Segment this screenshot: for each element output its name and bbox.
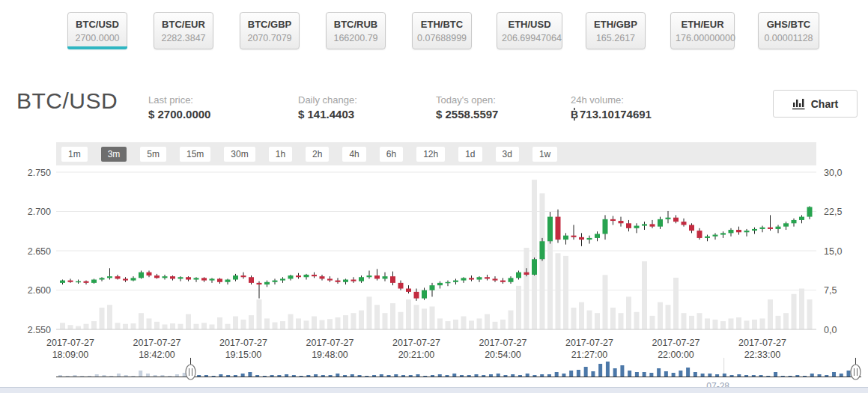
candle-body [123,278,128,280]
volume-bar [327,319,333,329]
timeframe-button-30m[interactable]: 30m [224,147,255,162]
volume-bar [336,317,341,329]
candle-body [327,278,333,280]
navigator-volume-bar [109,376,113,377]
candle-body [186,277,191,279]
volume-bar [91,321,97,329]
candle-body [336,281,341,282]
candle-body [414,292,419,299]
candle-body [792,220,797,223]
candle-body [383,276,388,278]
candlestick-chart[interactable]: 2.75030,02.70022,52.65015,02.6007,52.550… [0,0,868,393]
candle-body [783,223,789,226]
navigator-volume-bar [694,372,697,377]
volume-axis-label: 30,0 [824,168,842,178]
navigator-volume-bar [416,374,420,377]
timeframe-button-3m[interactable]: 3m [101,147,127,162]
candle-body [100,278,105,279]
timeframe-button-12h[interactable]: 12h [416,147,445,162]
navigator-volume-bar [664,371,668,377]
volume-bar [225,324,231,329]
navigator-volume-bar [146,374,150,377]
candle-body [304,275,309,277]
timeframe-button-15m[interactable]: 15m [180,147,210,162]
candle-body [60,281,65,283]
navigator-volume-bar [58,375,62,377]
candle-body [367,275,372,277]
volume-bar [430,306,435,329]
volume-bar [642,261,647,329]
volume-bar [807,299,813,329]
navigator-handle-left[interactable] [186,365,195,380]
volume-bar [249,315,254,329]
volume-bar [115,323,121,329]
timeframe-button-3d[interactable]: 3d [496,147,519,162]
navigator-volume-bar [139,371,142,377]
volume-bar [500,320,506,329]
volume-bar [493,322,498,329]
navigator-volume-bar [803,376,807,377]
x-axis-time-label: 22:00:00 [658,350,694,360]
navigator-volume-bar [474,374,478,377]
navigator-handle-right[interactable] [851,365,861,380]
candle-body [524,272,529,275]
navigator-volume-bar [80,376,84,377]
timeframe-button-1h[interactable]: 1h [269,147,292,162]
navigator-scrollbar[interactable] [0,388,868,393]
volume-bar [744,320,750,329]
candle-body [453,281,458,282]
volume-bar [390,303,395,329]
candle-body [91,280,97,283]
candle-body [571,236,577,237]
navigator-volume-bar [562,374,565,377]
timeframe-button-4h[interactable]: 4h [342,147,365,162]
x-axis-date-label: 2017-07-27 [306,338,354,348]
candle-body [359,277,364,281]
timeframe-button-1d[interactable]: 1d [458,147,482,162]
navigator-volume-bar [715,374,719,377]
navigator-volume-bar [255,375,259,377]
navigator-volume-bar [88,376,91,377]
candle-body [312,275,317,276]
volume-axis-label: 7,5 [824,285,837,296]
timeframe-button-5m[interactable]: 5m [140,147,166,162]
candle-body [84,281,89,283]
volume-bar [626,296,631,329]
volume-bar [123,324,128,329]
x-axis-time-label: 18:42:00 [139,350,175,360]
candle-body [619,221,624,223]
candle-body [398,283,404,289]
timeframe-button-1m[interactable]: 1m [61,147,88,162]
navigator-volume-bar [737,374,741,377]
navigator-volume-bar [569,371,573,377]
navigator-volume-bar [532,375,536,377]
volume-bar [264,318,270,329]
volume-bar [68,325,73,329]
navigator-volume-bar [446,375,449,377]
candle-body [257,283,262,284]
volume-bar [178,324,183,329]
volume-axis-label: 15,0 [824,246,842,257]
timeframe-button-6h[interactable]: 6h [380,147,403,162]
navigator-volume-bar [336,374,339,377]
navigator-volume-bar [774,372,777,377]
navigator-volume-bar [285,374,288,377]
candle-body [673,218,679,222]
candle-body [241,275,246,277]
navigator-volume-bar [701,374,705,377]
navigator-volume-bar [744,375,748,377]
volume-bar [595,313,600,329]
volume-bar [571,308,577,329]
candle-body [744,231,750,232]
x-axis-date-label: 2017-07-27 [565,338,613,348]
volume-axis-label: 22,5 [824,207,842,217]
timeframe-button-2h[interactable]: 2h [306,147,329,162]
trading-app: BTC/USD2700.0000BTC/EUR2282.3847BTC/GBP2… [0,0,868,393]
volume-bar [666,305,671,329]
candle-body [194,278,199,279]
timeframe-button-1w[interactable]: 1w [532,147,557,162]
volume-bar [422,308,427,329]
candle-body [288,275,294,278]
x-axis-time-label: 18:09:00 [52,350,89,360]
candle-body [154,275,160,278]
